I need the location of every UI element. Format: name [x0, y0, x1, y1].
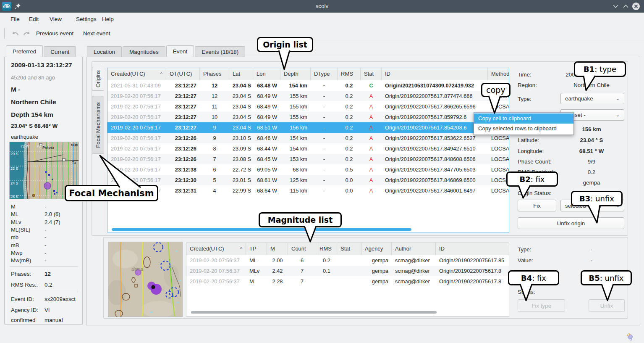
table-cell[interactable]: 9 [200, 133, 229, 143]
table-cell[interactable]: ML [246, 255, 267, 266]
table-cell[interactable]: 12 [200, 91, 229, 101]
table-cell[interactable]: 22.72 S [229, 164, 253, 175]
table-cell[interactable]: 68.49 W [253, 101, 280, 112]
menu-edit[interactable]: Edit [29, 13, 39, 26]
table-cell[interactable]: 0.2 [338, 101, 361, 112]
table-row[interactable]: 2019-02-20 07:56:1723:12:26723.08 S68.45… [107, 154, 509, 164]
table-cell[interactable]: - [311, 91, 338, 101]
column-header-dtype[interactable]: DType [311, 68, 338, 80]
column-header-author[interactable]: Author [392, 243, 436, 255]
table-cell[interactable]: 68.61 W [253, 175, 280, 185]
table-cell[interactable]: 68.51 W [253, 122, 280, 133]
column-header-created-utc-[interactable]: Created(UTC)^ [107, 68, 166, 80]
table-row[interactable]: 2019-02-20 07:56:37M2.287gempascmag@dirk… [186, 276, 509, 287]
table-cell[interactable]: 2019-02-20 07:56:17 [107, 112, 166, 122]
table-cell[interactable]: - [311, 154, 338, 164]
table-cell[interactable]: 155 km [280, 91, 311, 101]
table-cell[interactable]: Origin/20190220075617.8 [436, 276, 509, 287]
table-cell[interactable]: - [311, 185, 338, 196]
table-cell[interactable]: gempa [361, 276, 392, 287]
table-cell[interactable]: 2.28 [267, 276, 288, 287]
table-row[interactable]: 2019-02-20 07:56:1723:12:26823.09 S68.44… [107, 143, 509, 154]
table-cell[interactable]: Origin/20190220075617.846001.6497 [382, 185, 488, 196]
table-cell[interactable]: 68.44 W [253, 143, 280, 154]
table-cell[interactable]: 6 [200, 164, 229, 175]
menu-settings[interactable]: Settings [76, 13, 97, 26]
table-cell[interactable] [316, 276, 337, 287]
tab-location[interactable]: Location [87, 46, 122, 57]
table-cell[interactable]: 68 km [280, 164, 311, 175]
table-cell[interactable]: 2019-02-20 07:56:37 [186, 266, 246, 276]
table-row[interactable]: 2021-05-31 07:43:0923:12:271223.04 S68.4… [107, 80, 509, 91]
table-cell[interactable]: A [361, 154, 382, 164]
table-cell[interactable]: 0.2 [338, 122, 361, 133]
table-cell[interactable]: 23:12:26 [166, 143, 200, 154]
table-cell[interactable]: scmag@dirker [392, 266, 436, 276]
titlebar[interactable]: scolv [0, 0, 644, 13]
table-cell[interactable]: 2019-02-20 07:56:17 [107, 143, 166, 154]
table-row[interactable]: 2019-02-20 07:56:1723:12:271223.04 S68.4… [107, 91, 509, 101]
table-cell[interactable]: 23.09 S [229, 143, 253, 154]
table-cell[interactable]: A [361, 101, 382, 112]
origin-table-hscrollbar[interactable] [112, 228, 411, 231]
column-header-method[interactable]: Method [488, 68, 509, 80]
table-cell[interactable]: 0.5 [338, 164, 361, 175]
tab-magnitudes[interactable]: Magnitudes [123, 46, 165, 57]
table-cell[interactable]: 23.04 S [229, 101, 253, 112]
table-cell[interactable]: 11 [200, 101, 229, 112]
column-header-phases[interactable]: Phases [200, 68, 229, 80]
column-header-m[interactable]: M [267, 243, 288, 255]
column-header-created-utc-[interactable]: Created(UTC)^ [186, 243, 246, 255]
table-cell[interactable]: 7 [288, 266, 316, 276]
table-cell[interactable]: A [361, 143, 382, 154]
table-cell[interactable]: Origin/20190220075617.849427.6510 [382, 143, 488, 154]
table-cell[interactable]: 125 km [280, 175, 311, 185]
table-cell[interactable] [337, 255, 361, 266]
table-row[interactable]: 2019-02-20 07:56:1723:12:271023.04 S68.4… [107, 112, 509, 122]
table-cell[interactable]: 7 [288, 276, 316, 287]
table-row[interactable]: 2019-02-20 07:56:1723:12:271123.04 S68.4… [107, 101, 509, 112]
table-cell[interactable]: 23:12:30 [166, 175, 200, 185]
table-cell[interactable]: 2019-02-20 07:56:37 [186, 276, 246, 287]
table-row[interactable]: 2019-02-20 07:56:1723:12:31422.99 S68.64… [107, 185, 509, 196]
table-cell[interactable]: 23.04 S [229, 122, 253, 133]
table-cell[interactable]: 23.04 S [229, 80, 253, 91]
column-header-rms[interactable]: RMS [338, 68, 361, 80]
table-cell[interactable]: 154 km [280, 143, 311, 154]
table-cell[interactable]: 23:12:27 [166, 122, 200, 133]
fix-button[interactable]: Fix [518, 200, 556, 211]
context-menu-item[interactable]: Copy cell to clipboard [474, 113, 573, 124]
table-cell[interactable]: 6 [288, 255, 316, 266]
table-cell[interactable]: 2019-02-20 07:56:17 [107, 122, 166, 133]
table-cell[interactable]: A [361, 175, 382, 185]
table-cell[interactable]: 2021-05-31 07:43:09 [107, 80, 166, 91]
table-cell[interactable]: - [311, 80, 338, 91]
magnitude-map-thumbnail[interactable]: alama [108, 242, 183, 317]
table-cell[interactable]: Origin/20190220075617.85 [436, 255, 509, 266]
table-cell[interactable]: 0.2 [338, 112, 361, 122]
tab-events-18-18-[interactable]: Events (18/18) [195, 46, 245, 57]
table-cell[interactable]: 23:12:38 [166, 164, 200, 175]
table-cell[interactable]: 115 km [280, 185, 311, 196]
table-cell[interactable]: 23.10 S [229, 133, 253, 143]
table-cell[interactable]: 0.1 [316, 266, 337, 276]
table-cell[interactable]: 68.49 W [253, 112, 280, 122]
table-cell[interactable]: 8 [200, 143, 229, 154]
menu-file[interactable]: File [10, 13, 20, 26]
table-cell[interactable]: Origin/20190220075617.866265.6596 [382, 101, 488, 112]
column-header-stat[interactable]: Stat [337, 243, 361, 255]
table-cell[interactable]: 9 [200, 122, 229, 133]
table-cell[interactable]: 2019-02-20 07:56:17 [107, 101, 166, 112]
table-row[interactable]: 2019-02-20 07:56:1723:12:38622.72 S69.05… [107, 164, 509, 175]
table-cell[interactable]: 68.64 W [253, 185, 280, 196]
table-cell[interactable]: 23.04 S [229, 91, 253, 101]
table-cell[interactable]: M [246, 276, 267, 287]
table-cell[interactable]: Origin/20190220075617.853622.6527 [382, 133, 488, 143]
table-cell[interactable]: 154 km [280, 80, 311, 91]
column-header-ot-utc-[interactable]: OT(UTC) [166, 68, 200, 80]
table-cell[interactable]: 0.2 [338, 154, 361, 164]
magnitude-table-hscrollbar[interactable] [191, 311, 437, 314]
tab-current[interactable]: Current [44, 46, 76, 57]
table-cell[interactable]: 2.00 [267, 255, 288, 266]
table-cell[interactable]: 7 [200, 154, 229, 164]
